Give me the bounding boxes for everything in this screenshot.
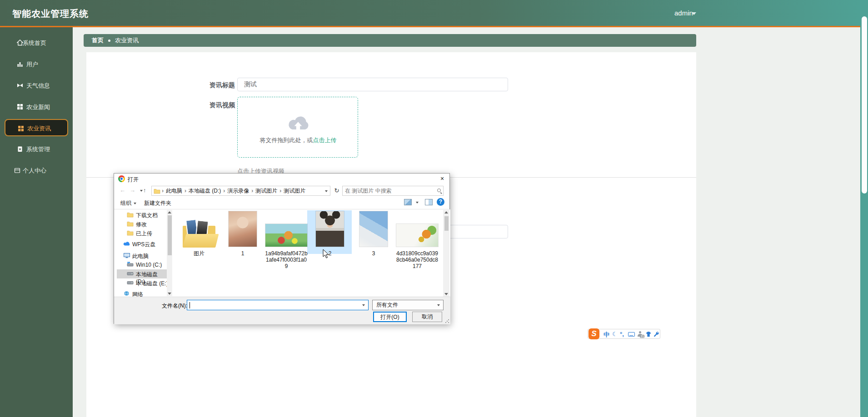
tree-item-downloads[interactable]: 下载文档 [114,210,171,219]
image-thumbnail [359,211,388,247]
filename-dropdown-caret-icon[interactable] [362,304,365,306]
person-icon[interactable]: 21 [637,331,643,337]
preview-pane-icon[interactable] [425,199,433,205]
clipboard-icon [16,145,24,153]
sidebar-item-news[interactable]: 农业新闻 [0,102,73,111]
resize-grip[interactable] [445,319,449,323]
address-caret-icon[interactable] [325,190,328,192]
forward-icon[interactable]: → [130,187,135,194]
cloud-icon [123,241,130,246]
file-name: 4d31809cc9a0398cb46a0e750dc8177 [395,250,439,269]
close-icon[interactable]: × [435,174,449,184]
help-icon[interactable]: ? [437,198,444,206]
tree-item-modified[interactable]: 修改 [114,219,171,228]
computer-icon [123,253,130,258]
folder-icon [127,221,134,227]
folder-thumbnail [183,219,215,248]
back-icon[interactable]: ← [120,187,125,194]
video-dropzone[interactable]: 将文件拖到此处，或点击上传 [237,97,358,158]
view-mode-caret-icon[interactable] [416,202,419,204]
grid-scrollbar-thumb[interactable] [444,216,449,231]
tree-item-uploaded[interactable]: 已上传 [114,228,171,238]
filename-input[interactable] [187,300,369,310]
up-icon[interactable]: ↑ [143,187,146,194]
nav-history-caret-icon[interactable] [140,190,143,192]
search-input[interactable] [343,186,434,195]
sidebar-item-users[interactable]: 用户 [0,60,73,69]
keyboard-icon[interactable] [628,332,635,337]
dialog-body: 下载文档 修改 已上传 WPS云盘 此电脑 Win10 (C:) 本地磁盘 (D… [114,209,450,297]
user-name[interactable]: admin [674,9,693,17]
sidebar-item-label: 系统管理 [26,145,50,154]
mouse-cursor [323,249,331,259]
tree-scrollbar-thumb[interactable] [168,215,172,255]
filetype-caret-icon [437,304,440,306]
tree-item-drive-c[interactable]: Win10 (C:) [114,260,171,269]
sidebar-item-label: 农业新闻 [26,103,50,111]
network-icon [123,291,130,297]
sidebar-item-weather[interactable]: 天气信息 [0,81,73,90]
filename-label: 文件名(N): [162,302,187,310]
image-thumbnail [396,224,438,247]
open-button[interactable]: 打开(O) [373,312,407,322]
upload-cloud-icon [284,112,312,133]
moon-icon[interactable]: ☾ [612,331,618,338]
tree-item-wps-cloud[interactable]: WPS云盘 [114,239,171,248]
tree-item-this-pc[interactable]: 此电脑 [114,251,171,260]
news-title-input[interactable] [237,78,508,91]
text-caret [190,302,190,308]
sogou-logo[interactable]: S [589,328,599,339]
organize-button[interactable]: 组织 [120,199,136,207]
ime-lang-toggle[interactable]: 中 [604,331,609,339]
news-video-label: 资讯视频 [199,101,235,109]
tree-scrollbar[interactable] [167,210,172,296]
grid-scrollbar[interactable] [443,210,449,297]
drive-icon [127,280,134,285]
view-mode-icon[interactable] [404,199,412,205]
sidebar-item-system[interactable]: 系统管理 [0,144,73,154]
scroll-up-icon[interactable] [168,211,171,213]
sidebar-item-home[interactable]: 系统首页 [0,38,73,47]
path-segment[interactable]: 演示录像 [227,187,249,195]
sidebar-item-profile[interactable]: 个人中心 [0,166,73,175]
user-menu-caret-icon[interactable] [692,12,696,15]
page-scrollbar[interactable] [860,0,868,417]
refresh-icon[interactable]: ↻ [332,186,341,196]
address-bar[interactable]: › 此电脑 › 本地磁盘 (D:) › 演示录像 › 测试图片 › 测试图片 [151,186,330,196]
ime-toolbar: S 中 ☾ °, 21 [588,329,660,339]
new-folder-button[interactable]: 新建文件夹 [144,199,171,207]
page-scrollbar-thumb[interactable] [862,16,867,194]
drive-icon [127,271,134,276]
path-separator: › [251,188,253,194]
breadcrumb-current: 农业资讯 [115,36,139,45]
sidebar-item-label: 用户 [26,60,38,69]
file-name: 1a94b9afaf0472b1afe47f0003f1a09 [264,250,308,269]
search-box[interactable] [342,186,444,196]
person-badge: 21 [640,335,644,338]
cancel-button[interactable]: 取消 [412,312,442,322]
path-separator: › [279,188,281,194]
path-segment[interactable]: 此电脑 [166,187,182,195]
wrench-icon[interactable] [653,331,659,338]
skin-icon[interactable] [645,331,652,338]
news-title-label: 资讯标题 [199,81,235,89]
scroll-up-icon[interactable] [444,211,448,213]
dialog-bottom-bar: 文件名(N): 所有文件 打开(O) 取消 [114,297,450,324]
tree-item-drive-d-selected[interactable]: 本地磁盘 (D:) [117,269,168,278]
ime-punctuation-toggle[interactable]: °, [620,331,624,338]
path-segment[interactable]: 测试图片 [255,187,277,195]
filetype-select[interactable]: 所有文件 [372,300,444,310]
tree-item-network[interactable]: 网络 [114,289,171,297]
file-name: 图片 [177,250,221,257]
scroll-down-icon[interactable] [444,293,448,295]
scroll-down-icon[interactable] [168,293,171,295]
dialog-titlebar[interactable]: 打开 × [114,174,449,184]
breadcrumb-home[interactable]: 首页 [92,36,104,45]
upload-link[interactable]: 点击上传 [313,137,337,144]
path-segment[interactable]: 测试图片 [284,187,305,195]
path-segment[interactable]: 本地磁盘 (D:) [189,187,221,195]
tree-item-drive-e[interactable]: 本地磁盘 (E:) [114,278,171,288]
search-icon[interactable] [437,189,441,192]
sidebar-item-agri-info-active[interactable]: 农业资讯 [5,119,68,136]
open-file-dialog: 打开 × ← → ↑ › 此电脑 › 本地磁盘 (D:) › 演示录像 › 测试… [114,173,450,324]
